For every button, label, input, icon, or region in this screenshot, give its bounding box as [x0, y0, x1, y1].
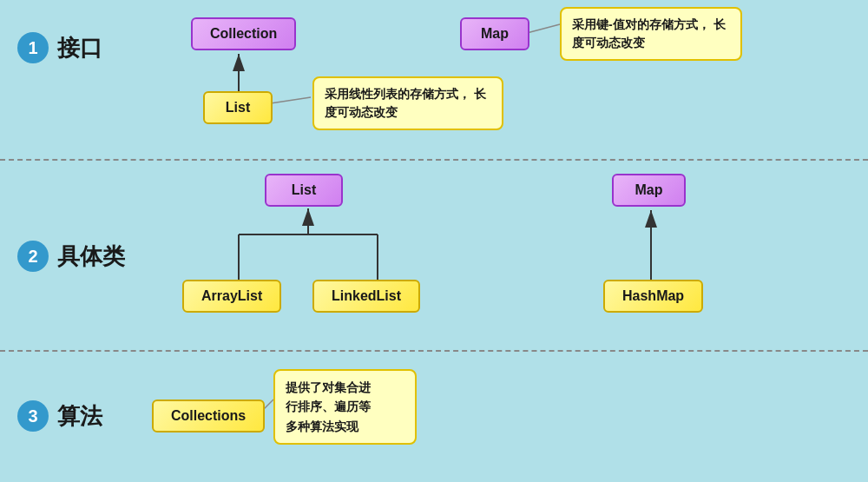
section3-title: 算法: [57, 401, 102, 432]
list2-node: List: [265, 174, 343, 207]
section-algorithms: 3 算法 Collections 提供了对集合进行排序、遍历等多种算法实现: [0, 352, 868, 480]
collections-node: Collections: [152, 399, 265, 432]
section3-arrows: [0, 352, 868, 480]
section2-arrows: [0, 161, 868, 350]
section-classes: 2 具体类 List ArrayList LinkedList Map: [0, 161, 868, 352]
section2-label: 2 具体类: [17, 241, 125, 272]
arraylist-node: ArrayList: [182, 280, 281, 313]
list1-node: List: [203, 91, 273, 124]
map2-node: Map: [612, 174, 686, 207]
map1-node: Map: [460, 17, 529, 50]
section2-title: 具体类: [57, 241, 125, 272]
section1-title: 接口: [57, 33, 102, 63]
section3-label: 3 算法: [17, 400, 102, 432]
section2-number: 2: [17, 241, 49, 272]
section3-number: 3: [17, 400, 49, 432]
section1-label: 1 接口: [17, 32, 102, 63]
map1-callout: 采用键-值对的存储方式， 长度可动态改变: [560, 7, 742, 61]
list1-callout: 采用线性列表的存储方式， 长度可动态改变: [312, 76, 503, 130]
collection-node: Collection: [191, 17, 296, 50]
hashmap-node: HashMap: [603, 280, 703, 313]
section-interfaces: 1 接口 Collection List Map 采用键-值对的存储: [0, 0, 868, 161]
section1-number: 1: [17, 32, 49, 63]
map-callout-line: [527, 24, 560, 33]
linkedlist-node: LinkedList: [312, 280, 420, 313]
collections-callout: 提供了对集合进行排序、遍历等多种算法实现: [273, 369, 417, 445]
